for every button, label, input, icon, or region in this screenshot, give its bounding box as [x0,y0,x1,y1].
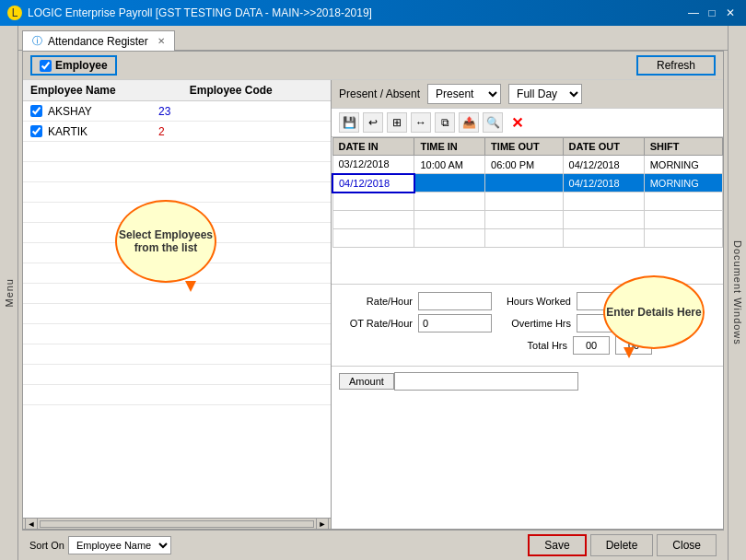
window-controls[interactable]: — □ ✕ [685,5,739,21]
duration-select[interactable]: Full Day Half Day [508,84,582,104]
employee-kartik-name: KARTIK [48,125,158,138]
main-container: Menu ⓘ Attendance Register ✕ Employee [0,26,746,560]
data-grid[interactable]: DATE IN TIME IN TIME OUT DATE OUT SHIFT … [332,137,723,285]
inner-content: ⓘ Attendance Register ✕ Employee Refresh [18,26,728,560]
employee-list-header: Employee Name Employee Code [23,80,331,101]
employee-kartik-code: 2 [158,125,232,138]
save-button[interactable]: Save [528,534,586,556]
cell-shift: MORNING [644,174,722,192]
table-row[interactable] [332,192,723,211]
amount-label: Amount [339,373,394,390]
left-panel: Employee Name Employee Code AKSHAY 23 KA… [23,80,332,529]
amount-input[interactable] [394,372,578,391]
employee-kartik-checkbox[interactable] [30,125,42,137]
cell-time-out: 06:00 PM [485,156,563,174]
present-absent-label: Present / Absent [339,88,420,100]
right-sidebar: Document Windows [728,26,746,560]
balloon-right-text: Enter Details Here [606,306,701,319]
close-button[interactable]: Close [657,534,717,556]
cell-time-out [485,174,563,192]
app-icon: L [7,6,22,20]
total-hrs-input1[interactable] [573,336,610,355]
minimize-button[interactable]: — [685,5,702,21]
employee-tab-box: Employee [30,55,117,76]
employee-checkbox[interactable] [40,60,52,72]
employee-akshay-name: AKSHAY [48,105,158,118]
close-window-button[interactable]: ✕ [722,5,739,21]
ot-rate-input[interactable] [418,314,492,332]
list-item[interactable] [23,142,331,162]
scroll-right-button[interactable]: ► [316,518,329,530]
title-bar: L LOGIC Enterprise Payroll [GST TESTING … [0,0,746,26]
total-hrs-label: Total Hrs [494,340,567,351]
list-item[interactable]: AKSHAY 23 [23,101,331,122]
employee-checkbox-label[interactable]: Employee [40,59,108,72]
list-item[interactable] [23,162,331,182]
list-item[interactable] [23,182,331,203]
attendance-table: DATE IN TIME IN TIME OUT DATE OUT SHIFT … [332,137,723,248]
list-item[interactable] [23,284,331,304]
entry-form: Enter Details Here Rate/Hour Hours Worke… [332,285,723,367]
col-time-out: TIME OUT [485,138,563,156]
table-row[interactable] [332,229,723,248]
col-date-in: DATE IN [332,138,414,156]
ot-rate-label: OT Rate/Hour [339,318,413,329]
employee-list-body[interactable]: AKSHAY 23 KARTIK 2 [23,101,331,518]
present-absent-select[interactable]: Present Absent [427,84,501,104]
employee-akshay-checkbox[interactable] [30,105,42,117]
col-employee-code: Employee Code [190,84,273,97]
tab-close-button[interactable]: ✕ [157,36,165,46]
employee-label: Employee [55,59,108,72]
select-employees-balloon: Select Employees from the list [115,200,216,283]
cell-date-out: 04/12/2018 [563,156,644,174]
cell-shift: MORNING [644,156,722,174]
list-item[interactable] [23,385,331,405]
col-time-in: TIME IN [414,138,485,156]
attendance-controls: Present / Absent Present Absent Full Day… [332,80,723,109]
arrows-button[interactable]: ↔ [411,112,431,133]
col-employee-name: Employee Name [30,84,116,97]
col-date-out: DATE OUT [563,138,644,156]
hours-worked-label: Hours Worked [497,296,571,307]
list-item[interactable] [23,344,331,365]
maximize-button[interactable]: □ [704,5,720,21]
table-row[interactable] [332,211,723,229]
cell-time-in: 10:00 AM [414,156,485,174]
table-row[interactable]: 03/12/2018 10:00 AM 06:00 PM 04/12/2018 … [332,156,723,174]
undo-button[interactable]: ↩ [363,112,383,133]
rate-hour-input[interactable] [418,292,492,310]
amount-row: Amount [332,367,723,396]
list-item[interactable] [23,365,331,385]
tab-icon: ⓘ [32,34,42,48]
enter-details-balloon: Enter Details Here [603,275,705,349]
table-row[interactable]: 04/12/2018 04/12/2018 MORNING [332,174,723,192]
list-item[interactable]: KARTIK 2 [23,122,331,142]
list-item[interactable] [23,324,331,344]
sort-select[interactable]: Employee Name Employee Code [68,536,171,554]
split-view: Employee Name Employee Code AKSHAY 23 KA… [23,80,723,529]
scroll-left-button[interactable]: ◄ [25,518,38,530]
delete-toolbar-button[interactable]: ✕ [507,112,527,133]
export-button[interactable]: 📤 [459,112,479,133]
refresh-button[interactable]: Refresh [636,55,716,76]
grid-button[interactable]: ⊞ [387,112,407,133]
save-toolbar-button[interactable]: 💾 [339,112,359,133]
copy-button[interactable]: ⧉ [435,112,455,133]
cell-date-out: 04/12/2018 [563,174,644,192]
bottom-bar: Sort On Employee Name Employee Code Save… [22,530,724,560]
search-button[interactable]: 🔍 [483,112,503,133]
top-controls: Employee Refresh [23,52,723,80]
overtime-hrs-label: Overtime Hrs [497,318,571,329]
balloon-text: Select Employees from the list [117,228,215,254]
left-sidebar: Menu [0,26,18,560]
title-bar-left: L LOGIC Enterprise Payroll [GST TESTING … [7,6,372,20]
attendance-register-tab[interactable]: ⓘ Attendance Register ✕ [22,30,175,51]
list-item[interactable] [23,304,331,324]
rate-hour-label: Rate/Hour [339,296,413,307]
horizontal-scrollbar[interactable]: ◄ ► [23,518,331,529]
delete-button[interactable]: Delete [590,534,654,556]
app-title: LOGIC Enterprise Payroll [GST TESTING DA… [28,6,372,19]
employee-akshay-code: 23 [158,105,232,118]
cell-time-in [414,174,485,192]
sort-on-label: Sort On [29,540,64,551]
